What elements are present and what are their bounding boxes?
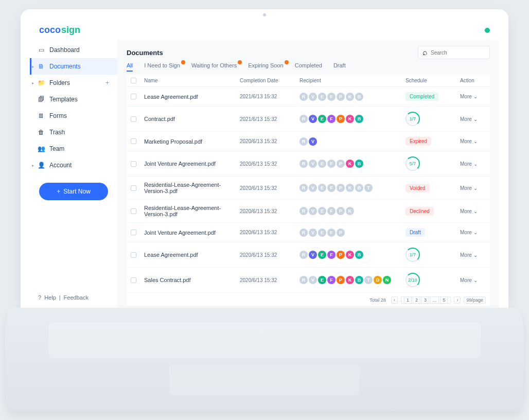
more-button[interactable]: More ⌄: [460, 94, 490, 99]
logo-part1: coco: [39, 25, 61, 36]
doc-date: 2021/6/13 15:32: [240, 94, 296, 99]
sidebar-item-label: Team: [49, 145, 64, 152]
recipient-avatar: D: [374, 276, 382, 284]
schedule-cell: Expired: [405, 137, 457, 146]
status-badge: Declined: [405, 207, 434, 216]
pager-page[interactable]: 3: [421, 296, 429, 304]
recipient-avatar: R: [299, 251, 308, 259]
table-row: Residential-Lease-Agreement-Version-3.pd…: [127, 200, 490, 223]
tab-completed[interactable]: Completed: [295, 62, 322, 72]
row-checkbox[interactable]: [131, 230, 136, 235]
row-checkbox[interactable]: [131, 161, 136, 167]
sidebar-item-team[interactable]: 👥Team: [30, 141, 117, 157]
notification-badge: [285, 60, 289, 64]
recipient-avatar: P: [337, 184, 345, 192]
more-button[interactable]: More ⌄: [460, 277, 490, 283]
recipient-avatar: E: [318, 251, 326, 259]
more-button[interactable]: More ⌄: [460, 208, 490, 214]
doc-name[interactable]: Joint Venture Agreement.pdf: [144, 230, 237, 236]
more-button[interactable]: More ⌄: [460, 161, 490, 167]
recipient-avatar: F: [327, 115, 336, 123]
doc-name[interactable]: Contract.pdf: [144, 116, 237, 122]
pager-page[interactable]: 2: [413, 296, 420, 304]
recipient-avatar: T: [364, 276, 373, 284]
schedule-cell: 1/7: [405, 248, 457, 262]
row-checkbox[interactable]: [131, 116, 136, 122]
page-title: Documents: [127, 49, 163, 57]
recipient-avatar: B: [355, 93, 363, 101]
more-button[interactable]: More ⌄: [460, 138, 490, 144]
row-checkbox[interactable]: [131, 208, 136, 214]
pager-prev[interactable]: ‹: [391, 296, 398, 304]
tab-waiting-for-others[interactable]: Waiting for Others: [191, 62, 237, 72]
sidebar-item-documents[interactable]: ▸🗎Documents: [30, 58, 117, 75]
doc-date: 2020/6/13 15:32: [240, 252, 296, 258]
documents-icon: 🗎: [38, 63, 44, 69]
select-all-checkbox[interactable]: [131, 78, 136, 83]
sidebar-item-folders[interactable]: ▸📁Folders+: [30, 75, 117, 91]
logo: cocosign: [39, 25, 80, 36]
row-checkbox[interactable]: [131, 185, 136, 191]
more-button[interactable]: More ⌄: [460, 116, 490, 122]
chevron-down-icon: ⌄: [473, 138, 478, 144]
table-row: Joint Venture Agreement.pdf2020/6/13 15:…: [127, 223, 490, 242]
doc-name[interactable]: Joint Venture Agreement.pdf: [144, 161, 237, 167]
search-box[interactable]: ⌕: [418, 46, 490, 59]
sidebar-item-templates[interactable]: 🗐Templates: [30, 91, 117, 108]
schedule-cell: Declined: [405, 207, 457, 216]
col-date[interactable]: Completion Date: [240, 78, 296, 83]
sidebar-item-trash[interactable]: 🗑Trash: [30, 124, 117, 141]
pager-page[interactable]: ...: [430, 296, 439, 304]
tab-draft[interactable]: Draft: [333, 62, 346, 72]
start-now-button[interactable]: + Start Now: [39, 183, 108, 200]
sidebar-item-dashboard[interactable]: ▭Dashboard: [30, 42, 117, 58]
more-button[interactable]: More ⌄: [460, 185, 490, 191]
search-input[interactable]: [431, 50, 485, 56]
sidebar-item-forms[interactable]: 🗏Forms: [30, 108, 117, 124]
help-icon: ?: [38, 294, 41, 301]
schedule-cell: Completed: [405, 92, 457, 101]
recipients: RVEFP: [299, 229, 402, 237]
col-name[interactable]: Name: [144, 78, 237, 83]
schedule-cell: Voided: [405, 184, 457, 192]
col-recipient: Recipient: [299, 78, 402, 83]
doc-name[interactable]: Residential-Lease-Agreement-Version-3.pd…: [144, 205, 237, 217]
help-link[interactable]: Help: [44, 294, 56, 301]
more-button[interactable]: More ⌄: [460, 252, 490, 258]
doc-name[interactable]: Residential-Lease-Agreement-Version-3.pd…: [144, 182, 237, 194]
doc-name[interactable]: Marketing Proposal.pdf: [144, 138, 237, 145]
pager-page[interactable]: 5: [440, 296, 448, 304]
doc-name[interactable]: Sales Contract.pdf: [144, 277, 237, 283]
recipient-avatar: F: [327, 184, 336, 192]
pager-page[interactable]: 1: [404, 296, 412, 304]
recipient-avatar: V: [309, 160, 317, 168]
chevron-down-icon: ⌄: [473, 94, 478, 99]
add-folder-icon[interactable]: +: [105, 79, 109, 86]
row-checkbox[interactable]: [131, 94, 136, 99]
pager-next[interactable]: ›: [454, 296, 461, 304]
recipient-avatar: P: [337, 160, 345, 168]
col-schedule: Schedule: [405, 78, 457, 83]
camera-dot: [263, 13, 266, 16]
doc-name[interactable]: Lease Agreement.pdf: [144, 94, 237, 100]
doc-name[interactable]: Lease Agreement.pdf: [144, 252, 237, 258]
feedback-link[interactable]: Feedback: [64, 294, 89, 301]
tab-all[interactable]: All: [127, 62, 133, 72]
recipient-avatar: R: [299, 115, 308, 123]
row-checkbox[interactable]: [131, 277, 136, 283]
progress-ring: 1/7: [405, 248, 420, 262]
recipient-avatar: R: [299, 160, 308, 168]
row-checkbox[interactable]: [131, 252, 136, 258]
doc-date: 2020/6/13 15:32: [240, 185, 296, 191]
table-row: Lease Agreement.pdf2020/6/13 15:32RVEFPK…: [127, 242, 490, 268]
pager-perpage[interactable]: 99/page: [464, 296, 486, 304]
schedule-cell: 5/7: [405, 156, 457, 171]
col-action: Action: [460, 78, 491, 83]
recipient-avatar: V: [309, 115, 317, 123]
tab-i-need-to-sign[interactable]: I Need to Sign: [144, 62, 180, 72]
tab-expiring-soon[interactable]: Expiring Soon: [248, 62, 284, 72]
sidebar-item-label: Account: [49, 162, 72, 169]
sidebar-item-account[interactable]: ▸👤Account: [30, 157, 117, 173]
row-checkbox[interactable]: [131, 138, 136, 144]
more-button[interactable]: More ⌄: [460, 230, 490, 235]
